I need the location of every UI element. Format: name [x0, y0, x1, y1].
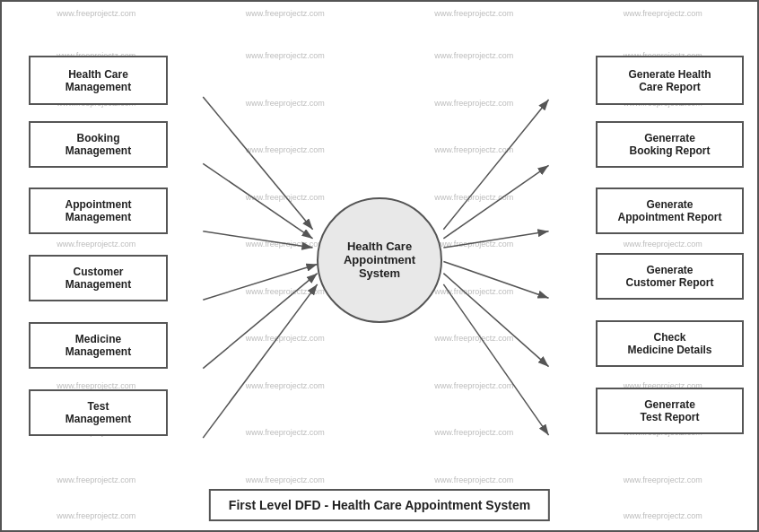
svg-line-12	[443, 274, 548, 367]
test-mgmt-label: TestManagement	[65, 400, 131, 425]
customer-mgmt-box: CustomerManagement	[29, 255, 168, 301]
svg-line-7	[203, 284, 317, 438]
gen-booking-report-label: GenerrateBooking Report	[630, 132, 711, 157]
svg-line-2	[203, 97, 312, 230]
check-medicine-box: CheckMedicine Details	[596, 320, 744, 367]
gen-appointment-report-label: GenerateAppointment Report	[618, 198, 722, 223]
watermark-row-1: www.freeprojectz.comwww.freeprojectz.com…	[2, 9, 757, 18]
appointment-mgmt-box: AppointmentManagement	[29, 188, 168, 234]
svg-line-6	[203, 274, 317, 369]
svg-line-10	[443, 231, 548, 248]
gen-health-report-label: Generate HealthCare Report	[628, 68, 711, 93]
gen-appointment-report-box: GenerateAppointment Report	[596, 188, 744, 234]
customer-mgmt-label: CustomerManagement	[65, 266, 131, 291]
gen-health-report-box: Generate HealthCare Report	[596, 56, 744, 105]
center-label: Health CareAppointmentSystem	[344, 240, 415, 280]
gen-booking-report-box: GenerrateBooking Report	[596, 121, 744, 168]
gen-customer-report-label: GenerateCustomer Report	[625, 264, 713, 289]
svg-line-9	[443, 165, 548, 239]
test-mgmt-box: TestManagement	[29, 389, 168, 436]
svg-line-8	[443, 100, 548, 230]
medicine-mgmt-box: MedicineManagement	[29, 322, 168, 369]
title-label: First Level DFD - Health Care Appointmen…	[229, 498, 530, 512]
health-care-mgmt-box: Health CareManagement	[29, 56, 168, 105]
booking-mgmt-box: BookingManagement	[29, 121, 168, 168]
check-medicine-label: CheckMedicine Details	[627, 331, 711, 356]
gen-customer-report-box: GenerateCustomer Report	[596, 253, 744, 300]
watermark-row-11: www.freeprojectz.comwww.freeprojectz.com…	[2, 475, 757, 484]
gen-test-report-box: GenerrateTest Report	[596, 388, 744, 434]
main-container: www.freeprojectz.comwww.freeprojectz.com…	[0, 0, 759, 532]
health-care-mgmt-label: Health CareManagement	[65, 68, 131, 93]
svg-line-3	[203, 163, 312, 239]
appointment-mgmt-label: AppointmentManagement	[65, 198, 132, 223]
svg-line-11	[443, 261, 548, 298]
svg-line-5	[203, 264, 317, 300]
title-box: First Level DFD - Health Care Appointmen…	[209, 489, 550, 521]
booking-mgmt-label: BookingManagement	[65, 132, 131, 157]
center-circle: Health CareAppointmentSystem	[317, 197, 442, 323]
svg-line-4	[203, 231, 312, 248]
medicine-mgmt-label: MedicineManagement	[65, 333, 131, 358]
gen-test-report-label: GenerrateTest Report	[641, 398, 700, 423]
svg-line-13	[443, 284, 548, 435]
